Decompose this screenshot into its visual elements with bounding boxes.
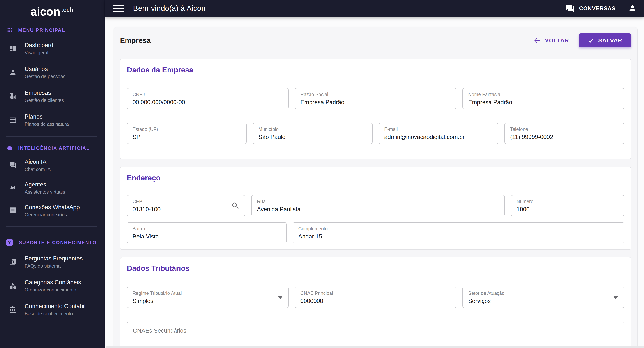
razao-social-field[interactable]: Razão Social — [295, 88, 456, 109]
sidebar-item-conhecimento-contabil[interactable]: Conhecimento Contábil Base de conhecimen… — [0, 298, 104, 322]
municipio-input[interactable] — [258, 134, 367, 140]
setor-atuacao-select[interactable]: Setor de Atuação — [462, 287, 624, 308]
complemento-label: Complemento — [298, 226, 619, 232]
sidebar-item-label: Empresas — [24, 89, 64, 96]
sidebar-item-label: Usuários — [24, 66, 65, 72]
telefone-label: Telefone — [510, 126, 619, 132]
credit-card-icon — [9, 116, 17, 124]
sidebar-item-sublabel: Visão geral — [24, 50, 54, 55]
check-icon — [588, 37, 594, 44]
complemento-field[interactable]: Complemento — [293, 222, 624, 243]
numero-input[interactable] — [516, 206, 619, 213]
numero-field[interactable]: Número — [511, 195, 624, 216]
sidebar-item-label: Conexões WhatsApp — [24, 204, 80, 211]
section-label: MENU PRINCIPAL — [18, 27, 65, 33]
setor-atuacao-label: Setor de Atuação — [468, 290, 619, 296]
person-icon — [9, 69, 17, 76]
cnaes-secundarios-textarea[interactable] — [127, 322, 624, 348]
telefone-input[interactable] — [510, 134, 619, 140]
complemento-input[interactable] — [298, 233, 619, 240]
regime-tributario-value[interactable] — [132, 298, 283, 305]
sidebar-item-perguntas-frequentes[interactable]: Perguntas Frequentes FAQs do sistema — [0, 250, 104, 274]
bairro-field[interactable]: Bairro — [127, 222, 286, 243]
section-label: SUPORTE E CONHECIMENTO — [19, 240, 97, 245]
numero-label: Número — [516, 199, 619, 204]
sidebar-item-sublabel: Assistentes virtuais — [24, 190, 65, 195]
cnae-principal-field[interactable]: CNAE Principal — [295, 287, 456, 308]
nome-fantasia-input[interactable] — [468, 99, 619, 106]
cep-input[interactable] — [132, 206, 240, 213]
sidebar-divider — [6, 136, 97, 137]
sidebar-item-aicon-ia[interactable]: Aicon IA Chat com IA — [0, 154, 104, 177]
estado-label: Estado (UF) — [132, 126, 241, 132]
sidebar-item-label: Perguntas Frequentes — [24, 255, 83, 262]
estado-input[interactable] — [132, 134, 241, 140]
brand-suffix: tech — [61, 6, 73, 13]
sidebar-item-label: Aicon IA — [24, 158, 51, 165]
nome-fantasia-label: Nome Fantasia — [468, 91, 619, 97]
section-header-inteligencia-artificial: INTELIGÊNCIA ARTIFICIAL — [0, 145, 104, 151]
chevron-down-icon[interactable] — [613, 296, 618, 299]
conversas-label: CONVERSAS — [579, 5, 616, 11]
nome-fantasia-field[interactable]: Nome Fantasia — [462, 88, 624, 109]
cnae-principal-label: CNAE Principal — [300, 290, 451, 296]
cep-field[interactable]: CEP — [127, 195, 245, 216]
quiz-icon — [9, 258, 17, 266]
email-field[interactable]: E-mail — [378, 123, 498, 144]
panel-dados-da-empresa: Dados da Empresa CNPJ Razão Social Nome … — [120, 59, 631, 159]
email-label: E-mail — [384, 126, 493, 132]
sidebar-item-conexoes-whatsapp[interactable]: Conexões WhatsApp Gerenciar conexões — [0, 199, 104, 222]
regime-tributario-select[interactable]: Regime Tributário Atual — [127, 287, 289, 308]
brand-name: aicon — [30, 6, 60, 17]
setor-atuacao-value[interactable] — [468, 298, 619, 305]
menu-toggle-button[interactable] — [114, 3, 124, 13]
salvar-button[interactable]: SALVAR — [579, 33, 631, 47]
municipio-field[interactable]: Município — [253, 123, 372, 144]
main-area: Bem-vindo(a) à Aicon CONVERSAS Empresa V… — [105, 0, 644, 348]
hamburger-icon — [114, 5, 124, 6]
welcome-title: Bem-vindo(a) à Aicon — [133, 4, 206, 12]
section-label: INTELIGÊNCIA ARTIFICIAL — [18, 145, 90, 151]
page-title: Empresa — [120, 36, 151, 45]
panel-title: Endereço — [127, 173, 624, 183]
rua-field[interactable]: Rua — [251, 195, 505, 216]
panel-endereco: Endereço CEP Rua Número — [120, 167, 631, 250]
content-area: Empresa VOLTAR SALVAR Dados da Empresa — [105, 17, 644, 348]
cnae-principal-input[interactable] — [300, 298, 451, 305]
cep-label: CEP — [132, 199, 240, 204]
voltar-label: VOLTAR — [545, 37, 569, 44]
grid-icon — [7, 27, 12, 33]
sidebar-item-categorias-contabeis[interactable]: Categorias Contábeis Organizar conhecime… — [0, 274, 104, 298]
card-header: Empresa VOLTAR SALVAR — [120, 33, 631, 48]
category-icon — [9, 282, 17, 290]
cnpj-input[interactable] — [132, 99, 283, 106]
account-button[interactable] — [628, 4, 637, 13]
sidebar-item-sublabel: Gestão de pessoas — [24, 74, 65, 79]
sidebar-item-label: Dashboard — [24, 42, 54, 49]
razao-social-input[interactable] — [300, 99, 451, 106]
bairro-input[interactable] — [132, 233, 281, 240]
sidebar-item-planos[interactable]: Planos Planos de assinatura — [0, 108, 104, 132]
empresa-card: Empresa VOLTAR SALVAR Dados da Empresa — [114, 27, 638, 348]
email-input[interactable] — [384, 134, 493, 140]
panel-dados-tributarios: Dados Tributários Regime Tributário Atua… — [120, 257, 631, 348]
conversas-button[interactable]: CONVERSAS — [566, 4, 616, 13]
sidebar-item-usuarios[interactable]: Usuários Gestão de pessoas — [0, 60, 104, 84]
sidebar-item-agentes[interactable]: Agentes Assistentes virtuais — [0, 177, 104, 199]
panel-title: Dados da Empresa — [127, 65, 624, 75]
cnpj-field[interactable]: CNPJ — [127, 88, 289, 109]
horizontal-scrollbar[interactable] — [106, 346, 644, 348]
sidebar-item-empresas[interactable]: Empresas Gestão de clientes — [0, 84, 104, 108]
regime-tributario-label: Regime Tributário Atual — [132, 290, 283, 296]
arrow-back-icon — [533, 36, 541, 44]
sidebar: aicon tech MENU PRINCIPAL Dashboard Visã… — [0, 0, 105, 348]
voltar-button[interactable]: VOLTAR — [533, 36, 569, 44]
rua-input[interactable] — [257, 206, 499, 213]
municipio-label: Município — [258, 126, 367, 132]
estado-field[interactable]: Estado (UF) — [127, 123, 247, 144]
telefone-field[interactable]: Telefone — [504, 123, 624, 144]
chevron-down-icon[interactable] — [278, 296, 283, 299]
sidebar-item-dashboard[interactable]: Dashboard Visão geral — [0, 37, 104, 60]
search-icon[interactable] — [231, 201, 240, 210]
sidebar-item-label: Categorias Contábeis — [24, 279, 81, 286]
